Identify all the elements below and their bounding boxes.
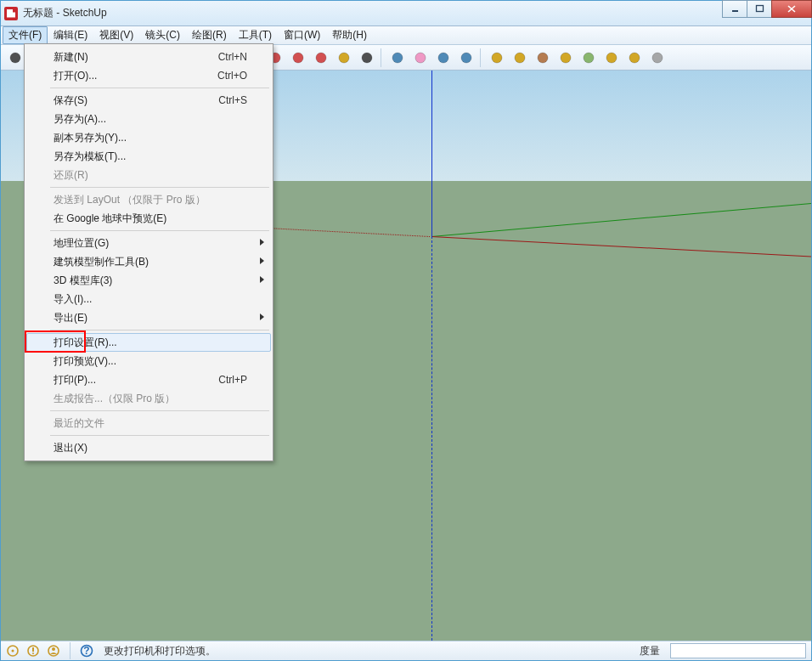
- shortcut-label: Ctrl+N: [218, 51, 247, 63]
- toolbar-look[interactable]: [578, 47, 600, 69]
- shortcut-label: Ctrl+S: [218, 94, 247, 106]
- zoom-icon: [435, 49, 452, 66]
- menuitem-发送到LayOut仅限于: 发送到 LayOut （仅限于 Pro 版）: [26, 190, 271, 209]
- blue-axis: [431, 71, 432, 236]
- toolbar-google[interactable]: [601, 47, 623, 69]
- menuitem-打印设置R[interactable]: 打印设置(R)...: [26, 333, 271, 352]
- menuitem-另存为A[interactable]: 另存为(A)...: [26, 110, 271, 128]
- app-window: 无标题 - SketchUp 文件(F)编辑(E)视图(V)镜头(C)绘图(R)…: [0, 0, 812, 661]
- menuitem-打印P[interactable]: 打印(P)...Ctrl+P: [26, 370, 271, 389]
- offset-icon: [313, 49, 330, 66]
- menuitem-在Google地球中预览[interactable]: 在 Google 地球中预览(E): [26, 209, 271, 228]
- menuitem-另存为模板T[interactable]: 另存为模板(T)...: [26, 147, 271, 166]
- menuitem-新建N[interactable]: 新建(N)Ctrl+N: [26, 48, 271, 66]
- close-icon: [787, 4, 797, 14]
- menubar: 文件(F)编辑(E)视图(V)镜头(C)绘图(R)工具(T)窗口(W)帮助(H): [1, 26, 811, 45]
- svg-point-64: [32, 653, 34, 654]
- svg-text:?: ?: [83, 645, 89, 657]
- app-icon: [4, 7, 18, 20]
- menuitem-生成报告仅限Pro版: 生成报告...（仅限 Pro 版）: [26, 389, 271, 408]
- pan-icon: [412, 49, 429, 66]
- menu-separator: [50, 230, 269, 231]
- toolbar-zoom-extents[interactable]: [455, 47, 477, 69]
- tape-icon: [336, 49, 352, 66]
- extension-icon: [626, 49, 643, 66]
- walk-icon: [557, 49, 574, 66]
- toolbar-orbit[interactable]: [386, 47, 409, 69]
- menu-edit[interactable]: 编辑(E): [48, 26, 93, 44]
- user-icon[interactable]: [47, 644, 60, 658]
- toolbar-tape[interactable]: [333, 47, 355, 69]
- menuitem-保存S[interactable]: 保存(S)Ctrl+S: [26, 91, 271, 110]
- measurement-label: 度量: [640, 644, 660, 658]
- submenu-arrow-icon: [260, 257, 264, 264]
- menu-help[interactable]: 帮助(H): [326, 26, 373, 44]
- file-menu-dropdown: 新建(N)Ctrl+N打开(O)...Ctrl+O保存(S)Ctrl+S另存为(…: [24, 43, 273, 461]
- statusbar-separator: [70, 642, 70, 659]
- maximize-icon: [755, 4, 764, 14]
- menuitem-还原R: 还原(R): [26, 166, 271, 184]
- toolbar-layers[interactable]: [509, 47, 531, 69]
- submenu-arrow-icon: [260, 239, 264, 246]
- blue-axis-neg: [431, 236, 432, 641]
- menu-camera[interactable]: 镜头(C): [139, 26, 186, 44]
- toolbar-zoom[interactable]: [432, 47, 454, 69]
- text-icon: [358, 49, 375, 66]
- menu-window[interactable]: 窗口(W): [278, 26, 326, 44]
- menuitem-D模型库[interactable]: 3D 模型库(3): [26, 271, 271, 290]
- toolbar-rotate[interactable]: [287, 47, 309, 69]
- toolbar-shadows[interactable]: [532, 47, 554, 69]
- toolbar-section[interactable]: [486, 47, 508, 69]
- zoom-extents-icon: [458, 49, 475, 66]
- look-icon: [580, 49, 597, 66]
- minimize-button[interactable]: [722, 0, 747, 18]
- titlebar: 无标题 - SketchUp: [1, 1, 811, 26]
- menu-separator: [50, 88, 269, 88]
- layers-icon: [511, 49, 528, 66]
- menuitem-副本另存为Y[interactable]: 副本另存为(Y)...: [26, 128, 271, 147]
- measurement-input[interactable]: [670, 643, 806, 658]
- menuitem-退出X[interactable]: 退出(X): [26, 438, 271, 457]
- menu-separator: [50, 187, 269, 188]
- window-controls: [723, 0, 812, 18]
- menu-tools[interactable]: 工具(T): [233, 26, 278, 44]
- menuitem-导出E[interactable]: 导出(E): [26, 308, 271, 327]
- menuitem-导入I[interactable]: 导入(I)...: [26, 290, 271, 308]
- toolbar-walk[interactable]: [555, 47, 577, 69]
- minimize-icon: [730, 4, 740, 14]
- menu-draw[interactable]: 绘图(R): [186, 26, 233, 44]
- shadows-icon: [534, 49, 551, 66]
- google-icon: [603, 49, 620, 66]
- toolbar-warehouse[interactable]: [646, 47, 668, 69]
- toolbar-extension[interactable]: [623, 47, 646, 69]
- window-title: 无标题 - SketchUp: [23, 6, 808, 20]
- toolbar-text[interactable]: [356, 47, 378, 69]
- submenu-arrow-icon: [260, 314, 264, 320]
- toolbar-pan[interactable]: [409, 47, 431, 69]
- menu-file[interactable]: 文件(F): [3, 26, 48, 44]
- menu-view[interactable]: 视图(V): [93, 26, 139, 44]
- geolocate-icon[interactable]: [6, 644, 20, 658]
- menuitem-打印预览V[interactable]: 打印预览(V)...: [26, 352, 271, 370]
- svg-point-61: [12, 650, 14, 653]
- menuitem-地理位置G[interactable]: 地理位置(G): [26, 234, 271, 252]
- submenu-arrow-icon: [260, 276, 264, 283]
- shortcut-label: Ctrl+O: [217, 70, 247, 82]
- maximize-button[interactable]: [747, 0, 772, 18]
- svg-rect-63: [32, 647, 34, 652]
- status-hint: 更改打印机和打印选项。: [104, 644, 216, 658]
- menuitem-打开O[interactable]: 打开(O)...Ctrl+O: [26, 66, 271, 85]
- toolbar-offset[interactable]: [310, 47, 332, 69]
- rotate-icon: [290, 49, 307, 66]
- warehouse-icon: [649, 49, 666, 66]
- menu-separator: [50, 330, 269, 330]
- svg-rect-1: [756, 6, 763, 12]
- help-icon[interactable]: ?: [80, 644, 93, 658]
- section-icon: [488, 49, 505, 66]
- menu-separator: [50, 435, 269, 436]
- credits-icon[interactable]: [26, 644, 40, 658]
- menuitem-建筑模型制作工具B[interactable]: 建筑模型制作工具(B): [26, 252, 271, 271]
- statusbar: ? 更改打印机和打印选项。 度量: [1, 641, 811, 660]
- menuitem-最近的文件: 最近的文件: [26, 414, 271, 432]
- close-button[interactable]: [771, 0, 812, 18]
